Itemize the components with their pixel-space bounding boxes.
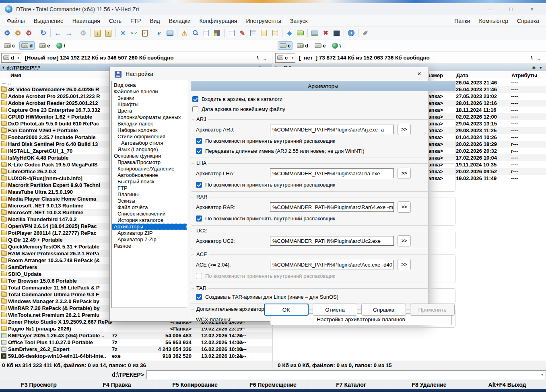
tree-item-Шрифты[interactable]: Шрифты: [112, 101, 187, 108]
tree-item-Автовыбор стиля[interactable]: Автовыбор стиля: [112, 140, 187, 146]
drive-button-d[interactable]: d: [295, 41, 310, 50]
drive-button-c[interactable]: c: [2, 41, 17, 50]
checkbox[interactable]: [196, 294, 202, 300]
verify-clipboard-icon[interactable]: ✓: [139, 28, 150, 38]
browse-button[interactable]: >>: [398, 259, 411, 270]
menu-item-Вид[interactable]: Вид: [145, 15, 164, 27]
function-key-F8[interactable]: F8 Удаление: [390, 380, 468, 389]
checkbox[interactable]: [196, 273, 202, 279]
delete-cross-icon[interactable]: ✖: [320, 28, 331, 38]
forward-icon[interactable]: →: [63, 28, 74, 38]
doc-copy-icon[interactable]: [201, 28, 212, 38]
column-header-date[interactable]: Дата: [445, 71, 511, 79]
function-key-F6[interactable]: F6 Перемещение: [234, 380, 312, 389]
options-gear-red-icon[interactable]: ⚙: [23, 28, 34, 38]
tree-item-Правка/Просмотр[interactable]: Правка/Просмотр: [112, 159, 187, 166]
tree-item-Автообновление[interactable]: Автообновление: [112, 172, 187, 179]
tree-item-Плагины[interactable]: Плагины: [112, 191, 187, 198]
checkbox[interactable]: [192, 106, 198, 112]
checkbox[interactable]: [196, 148, 202, 154]
tree-item-Список исключений[interactable]: Список исключений: [112, 211, 187, 217]
menu-item-Выделение[interactable]: Выделение: [29, 15, 68, 27]
tree-item-История каталогов[interactable]: История каталогов: [112, 217, 187, 224]
cd-icon[interactable]: [346, 28, 356, 38]
browse-button[interactable]: >>: [398, 201, 411, 213]
menu-item-Запуск[interactable]: Запуск: [286, 15, 312, 27]
network-monitor-icon[interactable]: [165, 28, 175, 38]
unpack-files-icon[interactable]: ↑: [103, 28, 114, 38]
options-gear-orange-icon[interactable]: ⚙: [12, 28, 23, 38]
archiver-path-input[interactable]: %COMMANDER_PATH%\Plugins\arc\Lha.exe: [270, 168, 394, 178]
favorites-button[interactable]: ✱: [532, 66, 536, 70]
left-drive-combo[interactable]: d ▾: [1, 53, 21, 63]
right-drive-combo[interactable]: c ▾: [275, 53, 295, 63]
column-header-name[interactable]: Имя: [8, 71, 112, 79]
table-row[interactable]: Office Tool Plus 11.0.27.0 Portable7z56 …: [0, 339, 272, 346]
archiver-path-input[interactable]: %COMMANDER_PATH%\Plugins\arc\Ace.exe -d4…: [270, 260, 394, 269]
tree-item-Быстрый поиск[interactable]: Быстрый поиск: [112, 179, 187, 185]
internet-explorer-icon[interactable]: e: [154, 28, 165, 38]
function-key-F7[interactable]: F7 Каталог: [312, 380, 390, 389]
tree-item-Файловые панели[interactable]: Файловые панели: [112, 88, 187, 95]
column-header-attrs[interactable]: Атрибуты: [511, 71, 546, 79]
scroll-icon[interactable]: [270, 28, 280, 38]
maximize-button[interactable]: □: [507, 6, 515, 12]
tree-item-Наборы колонок[interactable]: Наборы колонок: [112, 127, 187, 133]
history-button[interactable]: ▼: [539, 66, 543, 70]
calculator-icon[interactable]: [248, 28, 259, 38]
checkbox[interactable]: [196, 215, 202, 222]
tree-item-Вид окна[interactable]: Вид окна: [112, 82, 187, 88]
checkbox[interactable]: [196, 138, 202, 144]
tree-item-Вкладки папок[interactable]: Вкладки папок: [112, 121, 187, 127]
archiver-path-input[interactable]: %COMMANDER_PATH%\Plugins\arc\Arj.exe -a: [270, 125, 394, 134]
menu-item-Навигация[interactable]: Навигация: [68, 15, 105, 27]
tree-item-Стили оформления[interactable]: Стили оформления: [112, 133, 187, 140]
tree-item-Колонки/Форматы данных[interactable]: Колонки/Форматы данных: [112, 114, 187, 121]
drive-button-d[interactable]: d: [19, 41, 35, 50]
tree-item-Разное[interactable]: Разное: [112, 243, 187, 249]
archiver-path-input[interactable]: %COMMANDER_PATH%\Plugins\arc\Uc2.exe: [270, 236, 394, 246]
table-row[interactable]: 591.86-desktop-win10-win11-64bit-inte..e…: [0, 353, 272, 359]
network-drive-button[interactable]: \: [330, 41, 343, 50]
tree-item-Эскизы[interactable]: Эскизы: [112, 198, 187, 204]
photo-icon[interactable]: [309, 28, 320, 38]
back-icon[interactable]: ←: [52, 28, 63, 38]
table-row[interactable]: SamDrivers_26.2_Expert7z4 243 054 33616.…: [0, 346, 272, 353]
tree-item-Архиваторы[interactable]: Архиваторы: [112, 224, 187, 230]
menu-item-Сеть[interactable]: Сеть: [105, 15, 126, 27]
tree-item-Копирование/Удаление[interactable]: Копирование/Удаление: [112, 166, 187, 172]
pen-icon[interactable]: ✐: [360, 28, 371, 38]
tree-item-Файл отчёта[interactable]: Файл отчёта: [112, 204, 187, 211]
archiver-path-input[interactable]: %COMMANDER_PATH%\Plugins\arc\Rar64.exe -…: [270, 202, 394, 212]
отмена-button[interactable]: Отмена: [313, 304, 357, 316]
parent-dir-button[interactable]: ..: [263, 55, 266, 61]
card-reader-icon[interactable]: [295, 28, 306, 38]
root-dir-button[interactable]: \: [257, 55, 259, 61]
menu-item-Инструменты[interactable]: Инструменты: [241, 15, 285, 27]
snowflake-icon[interactable]: ✳: [117, 28, 128, 38]
tree-item-Архиватор 7-Zip[interactable]: Архиватор 7-Zip: [112, 236, 187, 243]
drive-button-c[interactable]: c: [278, 41, 293, 50]
multi-rename-grid-icon[interactable]: [212, 28, 223, 38]
parent-dir-button[interactable]: ..: [537, 55, 540, 61]
menu-item-Папки[interactable]: Папки: [450, 15, 474, 27]
refresh-icon[interactable]: ↻: [38, 28, 49, 38]
tree-item-Значки[interactable]: Значки: [112, 95, 187, 101]
menu-item-Файлы[interactable]: Файлы: [2, 15, 29, 27]
tree-item-Цвета[interactable]: Цвета: [112, 108, 187, 114]
browse-button[interactable]: >>: [398, 168, 411, 179]
function-key-F5[interactable]: F5 Копирование: [156, 380, 234, 389]
magic-drop-icon[interactable]: ◆: [284, 28, 295, 38]
root-dir-button[interactable]: \: [531, 55, 533, 61]
sort-az-icon[interactable]: A↓Z: [128, 28, 139, 38]
menu-item-Конфигурация[interactable]: Конфигурация: [195, 15, 241, 27]
menu-item-Компьютер[interactable]: Компьютер: [475, 15, 513, 27]
function-key-F4[interactable]: F4 Правка: [78, 380, 156, 389]
checkbox[interactable]: [192, 96, 198, 102]
paint-icon[interactable]: ✎: [237, 28, 248, 38]
doc-search-icon[interactable]: [190, 28, 201, 38]
menu-item-Вкладки[interactable]: Вкладки: [165, 15, 195, 27]
doc-warning-icon[interactable]: ⚠: [179, 28, 190, 38]
drive-button-e[interactable]: e: [313, 41, 328, 50]
checkbox[interactable]: [196, 182, 202, 188]
